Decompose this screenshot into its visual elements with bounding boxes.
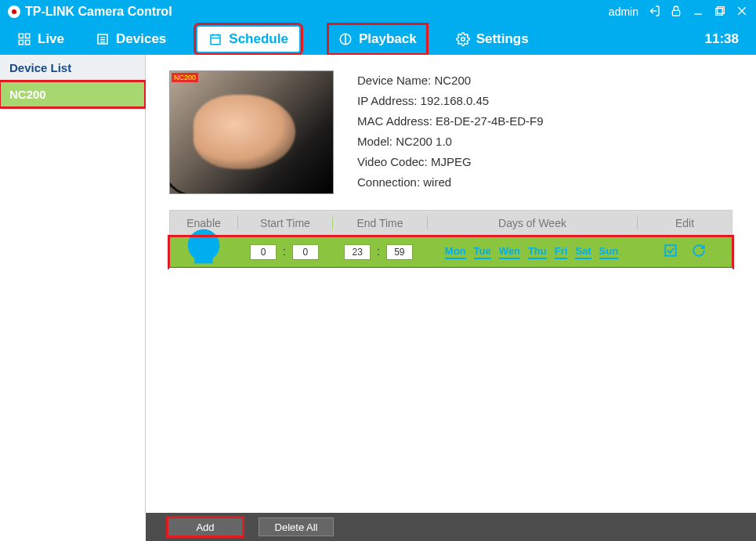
codec-value: MJPEG [431, 155, 472, 168]
svg-rect-10 [26, 41, 30, 45]
day-fri[interactable]: Fri [555, 245, 568, 259]
schedule-table-header: Enable Start Time End Time Days of Week … [169, 210, 732, 236]
day-sat[interactable]: Sat [575, 245, 591, 259]
sidebar-item-nc200[interactable]: NC200 [0, 81, 145, 107]
close-icon[interactable] [736, 5, 748, 20]
svg-rect-4 [716, 8, 723, 15]
svg-rect-22 [665, 245, 676, 256]
col-days: Days of Week [428, 217, 637, 229]
start-hour-input[interactable] [250, 244, 277, 260]
nav-settings-label: Settings [476, 31, 529, 47]
end-min-input[interactable] [386, 244, 413, 260]
device-name-label: Device Name: [357, 74, 434, 87]
delete-all-button[interactable]: Delete All [259, 518, 334, 536]
day-thu[interactable]: Thu [528, 245, 547, 259]
mac-label: MAC Address: [357, 114, 436, 128]
svg-rect-3 [718, 6, 725, 13]
days-of-week: Mon Tue Wen Thu Fri Sat Sun [432, 245, 631, 259]
sidebar: Device List NC200 [0, 55, 146, 513]
day-tue[interactable]: Tue [474, 245, 491, 259]
mac-value: E8-DE-27-4B-ED-F9 [436, 114, 544, 128]
reset-icon[interactable] [692, 243, 706, 260]
nav-settings[interactable]: Settings [456, 31, 529, 47]
app-title: TP-LINK Camera Control [25, 5, 172, 19]
add-button[interactable]: Add [168, 518, 243, 536]
nav-live-label: Live [38, 31, 64, 47]
day-sun[interactable]: Sun [599, 245, 619, 259]
col-enable: Enable [170, 217, 237, 229]
svg-rect-8 [26, 34, 30, 38]
conn-label: Connection: [357, 175, 423, 189]
sidebar-header: Device List [0, 55, 145, 81]
start-min-input[interactable] [292, 244, 319, 260]
end-hour-input[interactable] [344, 244, 371, 260]
app-logo-icon [8, 5, 20, 18]
col-edit: Edit [638, 217, 732, 229]
device-name-value: NC200 [434, 74, 471, 87]
model-value: NC200 1.0 [396, 135, 452, 148]
maximize-icon[interactable] [714, 5, 726, 20]
nav-live[interactable]: Live [17, 31, 64, 47]
day-mon[interactable]: Mon [445, 245, 466, 259]
conn-value: wired [423, 175, 451, 189]
nav-schedule[interactable]: Schedule [197, 27, 299, 52]
model-label: Model: [357, 135, 396, 148]
nav-devices[interactable]: Devices [96, 31, 166, 47]
device-info: Device Name: NC200 IP Address: 192.168.0… [357, 70, 544, 194]
svg-rect-7 [19, 34, 23, 38]
svg-rect-1 [672, 10, 679, 16]
confirm-icon[interactable] [664, 243, 678, 260]
svg-rect-9 [19, 41, 23, 45]
clock: 11:38 [705, 31, 739, 47]
schedule-empty-area [169, 268, 732, 513]
nav-playback[interactable]: Playback [331, 27, 425, 52]
ip-value: 192.168.0.45 [421, 94, 490, 107]
user-label: admin [609, 5, 638, 18]
lock-icon[interactable] [670, 5, 682, 20]
camera-preview: NC200 [169, 70, 334, 194]
nav-playback-label: Playback [359, 31, 417, 47]
nav-devices-label: Devices [116, 31, 166, 47]
svg-point-21 [461, 38, 465, 41]
codec-label: Video Codec: [357, 155, 431, 168]
schedule-row: : : Mon Tue Wen Thu Fri Sat Sun [169, 236, 732, 268]
navbar: Live Devices Schedule Playback Settings … [0, 23, 756, 55]
ip-label: IP Address: [357, 94, 421, 107]
col-start: Start Time [238, 217, 332, 229]
col-end: End Time [333, 217, 427, 229]
svg-rect-15 [211, 35, 220, 45]
bottom-bar: Add Delete All [146, 513, 756, 541]
nav-schedule-label: Schedule [229, 31, 288, 47]
logout-icon[interactable] [648, 5, 660, 20]
minimize-icon[interactable] [692, 5, 704, 20]
main: NC200 Device Name: NC200 IP Address: 192… [146, 55, 756, 513]
day-wen[interactable]: Wen [499, 245, 520, 259]
preview-timestamp-overlay: NC200 [172, 73, 198, 82]
titlebar: TP-LINK Camera Control admin [0, 0, 756, 23]
